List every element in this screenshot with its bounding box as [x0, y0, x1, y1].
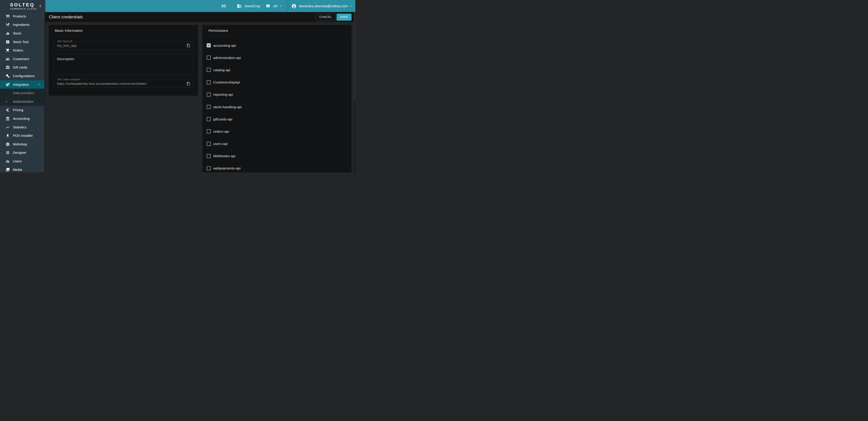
sidebar-subitem-data-providers[interactable]: Data providers [0, 89, 44, 97]
sidebar-item-label: Customers [13, 57, 29, 61]
building-icon [237, 4, 242, 8]
checkbox-webhooks-api[interactable] [207, 154, 211, 158]
basic-information-body: API Client ID my_test_app Description UR… [49, 36, 198, 88]
page-scrollbar-thumb[interactable] [354, 13, 355, 102]
sidebar-item-media[interactable]: Media [0, 166, 44, 172]
sidebar-item-orders[interactable]: Orders [0, 46, 44, 55]
sidebar-item-users[interactable]: Users [0, 157, 44, 166]
sidebar-item-label: Accounting [13, 117, 30, 120]
api-client-id-label: API Client ID [56, 40, 74, 43]
sidebar-item-customers[interactable]: Customers [0, 55, 44, 63]
checkbox-webpayments-api[interactable] [207, 166, 211, 170]
shop-selector[interactable]: All [266, 4, 282, 8]
panel-title: Basic Information [55, 29, 83, 33]
checkbox-users-api[interactable] [207, 142, 211, 146]
permission-row[interactable]: catalog-api [203, 64, 351, 76]
sidebar-item-accounting[interactable]: Accounting [0, 114, 44, 123]
topbar-divider [288, 0, 288, 12]
titlebar-actions: CANCEL SAVE [316, 13, 351, 21]
description-field[interactable]: Description [54, 54, 193, 75]
permission-label: orders-api [213, 130, 229, 133]
page-title: Client credentials [49, 15, 83, 20]
panel-header: Basic Information [49, 25, 198, 36]
permission-row[interactable]: CustomershipApi [203, 76, 351, 88]
checkbox-giftcards-api[interactable] [207, 117, 211, 121]
company-selector[interactable]: DomiCmp [237, 4, 260, 8]
page-scrollbar[interactable] [354, 12, 355, 172]
chevron-up-icon [38, 83, 41, 86]
permission-row[interactable]: stock-handling-api [203, 101, 351, 113]
sidebar-item-stock-tool[interactable]: Stock Tool [0, 38, 44, 46]
sidebar-item-webshop[interactable]: Webshop [0, 140, 44, 148]
sidebar-item-statistics[interactable]: Statistics [0, 123, 44, 132]
app-header: SOLTEQ COMMERCE CLOUD DomiCmp All domini… [0, 0, 355, 12]
sidebar-item-label: Media [13, 168, 22, 171]
sidebar-item-pos-installer[interactable]: POS Installer [0, 131, 44, 140]
company-name: DomiCmp [245, 4, 260, 8]
api-client-id-value: my_test_app [54, 42, 193, 49]
chevron-left-icon [39, 4, 42, 8]
brand-name: SOLTEQ [10, 2, 37, 7]
permission-label: administration-api [213, 56, 241, 60]
wrench-icon [6, 74, 10, 78]
download-icon [6, 134, 10, 138]
copy-icon [187, 82, 190, 86]
checkbox-administration-api[interactable] [207, 56, 211, 60]
checkbox-customershipapi[interactable] [207, 80, 211, 84]
url-token-endpoint-field[interactable]: URL token endpoint https://solteqidentit… [54, 80, 193, 88]
sidebar-item-integration[interactable]: Integration [0, 80, 44, 89]
permissions-panel: Permissions accounting-api administratio… [203, 25, 351, 172]
permission-row[interactable]: webpayments-api [203, 162, 351, 172]
sidebar-item-label: Ingredients [13, 23, 30, 27]
sidebar-item-label: Statistics [13, 125, 27, 129]
url-token-endpoint-value: https://solteqidentity-test.azurewebsite… [54, 80, 193, 87]
sidebar-item-products[interactable]: Products [0, 12, 44, 21]
people-icon [6, 57, 10, 61]
checkbox-stock-handling-api[interactable] [207, 105, 211, 109]
permission-row[interactable]: giftcards-api [203, 113, 351, 125]
sidebar-item-configurations[interactable]: Configurations [0, 72, 44, 80]
sidebar-item-label: Gift cards [13, 65, 27, 69]
permission-label: CustomershipApi [213, 80, 240, 84]
sidebar-item-gift-cards[interactable]: Gift cards [0, 63, 44, 72]
sidebar-item-pricing[interactable]: Pricing [0, 106, 44, 115]
users-icon [6, 159, 10, 163]
barcode-scanner-button[interactable] [221, 4, 226, 8]
save-button[interactable]: SAVE [337, 13, 351, 21]
permission-row[interactable]: Webhooks-api [203, 150, 351, 162]
checkbox-reporting-api[interactable] [207, 92, 211, 96]
sidebar-subitem-authentication[interactable]: Authentication [0, 97, 44, 106]
checkbox-orders-api[interactable] [207, 129, 211, 133]
sidebar-scrollbar[interactable] [44, 12, 45, 172]
checkbox-accounting-api[interactable] [207, 43, 211, 48]
copy-api-client-id-button[interactable] [187, 44, 190, 48]
permission-row[interactable]: users-api [203, 138, 351, 150]
sidebar-item-label: Users [13, 160, 22, 163]
shopping-cart-icon [6, 48, 10, 52]
crossed-cutlery-icon [6, 23, 10, 27]
panel-title: Permissions [209, 29, 228, 33]
sidebar-item-ingredients[interactable]: Ingredients [0, 21, 44, 29]
cancel-button[interactable]: CANCEL [316, 13, 336, 21]
permission-label: accounting-api [213, 44, 236, 48]
sidebar-item-label: Pricing [13, 108, 23, 112]
store-icon [266, 4, 270, 8]
checkbox-catalog-api[interactable] [207, 68, 211, 72]
sidebar-item-designer[interactable]: Designer [0, 148, 44, 157]
permission-label: webpayments-api [213, 166, 241, 170]
permission-label: Webhooks-api [213, 154, 236, 158]
copy-url-token-endpoint-button[interactable] [187, 82, 190, 86]
permission-row[interactable]: administration-api [203, 52, 351, 64]
panel-header: Permissions [203, 25, 351, 36]
topbar: DomiCmp All dominika.sikorska@solteq.com [45, 0, 355, 12]
globe-icon [6, 142, 10, 146]
titlebar: Client credentials CANCEL SAVE [45, 12, 355, 22]
sidebar-item-stock[interactable]: Stock [0, 29, 44, 38]
sidebar-collapse-button[interactable] [39, 4, 42, 8]
api-client-id-field[interactable]: API Client ID my_test_app [54, 41, 193, 50]
permission-row[interactable]: accounting-api [203, 39, 351, 52]
permission-row[interactable]: orders-api [203, 125, 351, 137]
account-menu[interactable]: dominika.sikorska@solteq.com [291, 4, 353, 8]
permissions-list: accounting-api administration-api catalo… [203, 36, 351, 172]
permission-row[interactable]: reporting-api [203, 88, 351, 101]
